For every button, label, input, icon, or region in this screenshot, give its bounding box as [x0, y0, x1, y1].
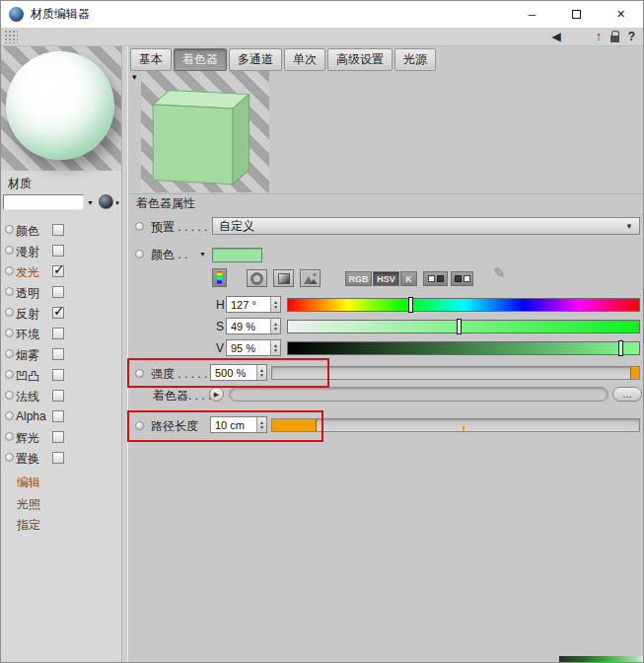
channel-row-glow[interactable]: 辉光 — [1, 427, 121, 448]
picture-icon[interactable] — [300, 269, 321, 287]
color-expander-icon[interactable]: ▼ — [199, 251, 206, 258]
tab-shader[interactable]: 着色器 — [174, 48, 227, 71]
close-icon: ✕ — [616, 8, 625, 21]
channel-dot-icon — [5, 453, 14, 462]
color-mixer-icon[interactable] — [451, 271, 473, 286]
channel-row-reflectance[interactable]: 反射 ✓ — [1, 303, 121, 324]
channel-row-diffusion[interactable]: 漫射 — [1, 241, 121, 261]
spinner-arrows[interactable]: ▲▼ — [270, 297, 280, 312]
channel-row-displacement[interactable]: 置换 — [1, 448, 121, 469]
tab-basic[interactable]: 基本 — [130, 48, 172, 71]
spinner-arrows[interactable]: ▲▼ — [256, 417, 266, 432]
channel-checkbox[interactable] — [52, 328, 64, 339]
hue-marker[interactable] — [408, 297, 413, 313]
close-button[interactable]: ✕ — [599, 1, 643, 28]
tab-advanced[interactable]: 高级设置 — [327, 48, 393, 71]
shader-link-field[interactable] — [229, 387, 608, 402]
pathlength-slider-fill[interactable] — [272, 419, 317, 431]
channel-checkbox[interactable] — [52, 265, 64, 277]
maximize-button[interactable] — [554, 1, 599, 28]
drag-grip[interactable] — [4, 30, 18, 43]
saturation-spinner[interactable]: 49 % ▲▼ — [226, 318, 281, 334]
lock-icon[interactable] — [610, 36, 619, 42]
value-spinner[interactable]: 95 % ▲▼ — [226, 339, 281, 356]
channel-label: 辉光 — [16, 430, 39, 447]
preview-collapse-icon[interactable]: ▾ — [132, 72, 137, 82]
mode-row-illumination[interactable]: 光照 — [1, 493, 121, 514]
spinner-arrows[interactable]: ▲▼ — [270, 340, 280, 355]
value-label: V — [216, 341, 224, 355]
channel-row-environment[interactable]: 环境 — [1, 324, 121, 344]
back-icon[interactable]: ◀ — [551, 31, 560, 42]
channel-label: Alpha — [16, 409, 46, 423]
saturation-marker[interactable] — [457, 319, 462, 334]
spinner-arrows[interactable]: ▲▼ — [270, 319, 280, 333]
channel-checkbox[interactable] — [52, 307, 64, 319]
tab-single[interactable]: 单次 — [284, 48, 325, 71]
hue-gradient-bar[interactable] — [287, 298, 640, 312]
strength-slider-handle[interactable] — [630, 367, 639, 379]
color-swatch[interactable] — [212, 248, 262, 262]
channel-dot-icon — [5, 411, 14, 420]
channel-dot-icon — [5, 370, 14, 379]
panel-splitter[interactable] — [121, 46, 128, 662]
name-dropdown-icon[interactable]: ▼ — [87, 199, 94, 206]
channel-row-bump[interactable]: 凹凸 — [1, 365, 121, 386]
pathlength-spinner[interactable]: 10 cm ▲▼ — [210, 416, 267, 433]
shader-browse-button[interactable]: ... — [612, 387, 642, 402]
color-wheel-icon[interactable] — [247, 269, 267, 287]
strength-spinner[interactable]: 500 % ▲▼ — [210, 364, 267, 381]
material-section-label: 材质 — [8, 176, 32, 192]
mode-label: 光照 — [17, 496, 40, 513]
spin-down-icon: ▼ — [273, 327, 278, 332]
tab-multichannel[interactable]: 多通道 — [229, 48, 282, 71]
channel-row-transparency[interactable]: 透明 — [1, 282, 121, 303]
channel-checkbox[interactable] — [52, 348, 64, 360]
help-icon[interactable]: ? — [628, 31, 635, 42]
minimize-button[interactable]: ─ — [510, 1, 554, 28]
shader-expand-button[interactable]: ▶ — [209, 387, 224, 402]
kelvin-button[interactable]: K — [400, 271, 417, 286]
channel-checkbox[interactable] — [52, 286, 64, 298]
channel-row-alpha[interactable]: Alpha — [1, 406, 121, 427]
tab-light[interactable]: 光源 — [394, 48, 436, 71]
value-gradient-bar[interactable] — [287, 341, 640, 355]
spectrum-icon[interactable] — [273, 269, 294, 287]
swatch-pair-icon[interactable] — [423, 271, 448, 286]
channel-row-fog[interactable]: 烟雾 — [1, 344, 121, 365]
up-arrow-icon[interactable]: ↑ — [596, 31, 602, 42]
channel-row-normal[interactable]: 法线 — [1, 386, 121, 406]
shader-preview[interactable] — [141, 70, 269, 192]
app-icon[interactable] — [9, 7, 24, 22]
channel-checkbox[interactable] — [52, 452, 64, 464]
strength-slider[interactable] — [271, 366, 640, 380]
channel-row-luminance[interactable]: 发光 ✓ — [1, 261, 121, 282]
pathlength-dot-icon — [135, 421, 144, 430]
channel-checkbox[interactable] — [52, 431, 64, 443]
channel-checkbox[interactable] — [52, 245, 64, 257]
channel-label: 法线 — [16, 389, 39, 405]
channel-checkbox[interactable] — [52, 369, 64, 381]
mode-row-edit[interactable]: 编辑 — [1, 472, 121, 492]
preview-type-button[interactable] — [99, 194, 113, 209]
channel-checkbox[interactable] — [52, 390, 64, 402]
saturation-label: S — [216, 320, 224, 333]
pathlength-slider[interactable] — [271, 418, 640, 432]
eyedropper-icon[interactable]: ✎ — [493, 264, 506, 282]
channel-checkbox[interactable] — [52, 224, 64, 236]
material-name-input[interactable] — [3, 194, 84, 210]
value-marker[interactable] — [618, 340, 623, 356]
compact-slider-icon[interactable] — [212, 268, 227, 287]
hue-spinner[interactable]: 127 ° ▲▼ — [226, 296, 281, 313]
channel-row-color[interactable]: 颜色 — [1, 220, 121, 241]
material-preview[interactable] — [1, 46, 121, 171]
preset-dropdown[interactable]: 自定义 ▼ — [212, 217, 640, 235]
cube-preview — [149, 78, 263, 190]
rgb-button[interactable]: RGB — [345, 271, 372, 286]
saturation-gradient-bar[interactable] — [287, 320, 640, 333]
spinner-arrows[interactable]: ▲▼ — [256, 365, 266, 380]
channel-checkbox[interactable] — [52, 410, 64, 422]
mode-row-assign[interactable]: 指定 — [1, 514, 121, 535]
hsv-button[interactable]: HSV — [373, 271, 399, 286]
pathlength-label: 路径长度 — [151, 418, 198, 435]
